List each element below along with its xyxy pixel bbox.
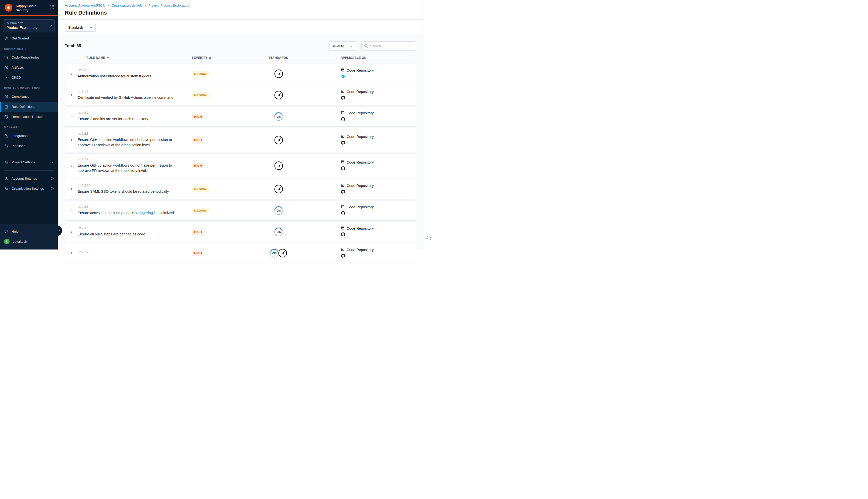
provider-icon-slot [341, 96, 416, 101]
info-icon[interactable] [50, 177, 54, 180]
sidebar-bottom-section: Help L Lavakush [0, 224, 58, 250]
sidebar-item-organization-settings[interactable]: Organization Settings [0, 184, 58, 194]
row-expand-chevron-icon[interactable] [65, 114, 78, 118]
column-applicable-on: APPLICABLE ON [319, 56, 416, 60]
applicable-on-cell: Code Repository [319, 226, 416, 238]
row-expand-chevron-icon[interactable] [65, 138, 78, 142]
breadcrumb: Account: Automation-SSCA Organization: d… [65, 3, 416, 7]
row-expand-chevron-icon[interactable] [65, 164, 78, 168]
rule-name: Certificate not verified by GitHub Actio… [78, 95, 192, 100]
table-row[interactable]: Id: 1.3.7 Ensure 2 admins are set for ea… [65, 106, 416, 126]
sidebar-item-cicd[interactable]: CI/CD [0, 73, 58, 83]
table-row[interactable]: Id: 2.1.2 Certificate not verified by Gi… [65, 85, 416, 105]
rule-name: Ensure 2 admins are set for each reposit… [78, 116, 192, 122]
sidebar-item-get-started[interactable]: Get Started [0, 34, 58, 44]
applicable-on-label: Code Repository [347, 248, 374, 250]
standards-cell: CIS [238, 206, 319, 215]
sidebar-item-label: Code Repositories [12, 56, 39, 59]
standards-cell: CIS [238, 112, 319, 121]
totals-row: Total: 65 Severity [65, 41, 416, 50]
organization-icon [4, 187, 9, 191]
column-rule-name[interactable]: RULE NAME [77, 56, 191, 60]
sidebar-item-compliance[interactable]: Compliance [0, 92, 58, 102]
sidebar-item-rule-definitions[interactable]: Rule Definitions [0, 102, 58, 112]
paper-plane-standard-icon [274, 135, 283, 145]
cis-standard-icon: CIS [274, 227, 283, 236]
section-supply-chain: SUPPLY CHAIN [0, 44, 58, 52]
table-row[interactable]: Id: 2.3.5 Ensure access to the build pro… [65, 200, 416, 221]
github-icon [341, 117, 345, 122]
row-expand-chevron-icon[interactable] [65, 93, 78, 97]
applicable-on-label: Code Repository [347, 68, 374, 72]
svg-text:CIS: CIS [276, 115, 281, 118]
rule-cell: Id: 2.3.9 Authorization not enforced for… [78, 69, 192, 79]
chevron-down-icon [90, 26, 92, 29]
rule-cell: Id: 1.3.10 Ensure SAML SSO tokens should… [78, 184, 192, 194]
section-manage: MANAGE [0, 122, 58, 131]
table-row[interactable]: Id: 2.3.1 Ensure all build steps are def… [65, 222, 416, 242]
row-expand-chevron-icon[interactable] [65, 208, 78, 212]
rule-id: Id: 1.2.9 [78, 158, 192, 161]
breadcrumb-organization-link[interactable]: Organization: default [112, 3, 142, 7]
rule-name: Ensure access to the build process's tri… [78, 210, 192, 216]
severity-badge: MEDIUM [192, 71, 209, 77]
column-severity[interactable]: SEVERITY [191, 56, 238, 60]
applicable-on-cell: Code Repository [319, 111, 416, 122]
severity-badge: HIGH [192, 163, 204, 168]
sidebar-item-label: CI/CD [12, 76, 21, 80]
sidebar-item-label: Pipelines [12, 144, 25, 148]
standards-dropdown[interactable]: Standards [65, 23, 96, 32]
sidebar-item-artifacts[interactable]: Artifacts [0, 63, 58, 73]
table-row[interactable]: Id: 1.3.10 Ensure SAML SSO tokens should… [65, 179, 416, 199]
applicable-on-cell: Code Repository [319, 134, 416, 146]
user-name: Lavakush [13, 240, 27, 243]
right-gutter [423, 0, 434, 250]
sidebar-item-account-settings[interactable]: Account Settings [0, 174, 58, 184]
sidebar-user[interactable]: L Lavakush [0, 236, 58, 246]
project-selector[interactable]: PROJECT Product Exploratory [3, 19, 55, 33]
support-headset-icon[interactable] [426, 235, 432, 242]
severity-dropdown[interactable]: Severity [328, 41, 358, 50]
rule-id: Id: 1.3.7 [78, 111, 192, 114]
apps-grid-icon[interactable] [50, 3, 54, 10]
code-repository-icon [341, 68, 345, 73]
severity-cell: HIGH [192, 114, 238, 119]
repository-icon [4, 56, 9, 60]
github-icon [341, 232, 345, 238]
sort-caret-down-icon [107, 57, 109, 59]
info-icon[interactable] [50, 187, 54, 190]
breadcrumb-project-link[interactable]: Project: Product Exploratory [148, 3, 189, 7]
table-row[interactable]: Id: 1.2.8 Ensure GitHub action workflows… [65, 127, 416, 152]
row-expand-chevron-icon[interactable] [65, 230, 78, 234]
cis-standard-icon: CIS [270, 248, 279, 250]
rule-id: Id: 2.3.1 [78, 227, 192, 230]
code-repository-icon [341, 134, 345, 139]
section-risk-and-compliance: RISK AND COMPLIANCE [0, 83, 58, 92]
sidebar-item-project-settings[interactable]: Project Settings [0, 157, 58, 167]
row-expand-chevron-icon[interactable] [65, 72, 78, 76]
sidebar-item-remediation-tracker[interactable]: Remediation Tracker [0, 112, 58, 122]
sidebar-item-label: Compliance [12, 95, 29, 98]
severity-cell: HIGH [192, 229, 238, 235]
severity-dropdown-value: Severity [332, 44, 344, 48]
supply-chain-security-logo-icon [4, 3, 13, 12]
applicable-on-label: Code Repository [347, 227, 374, 230]
severity-cell: HIGH [192, 137, 238, 143]
page-header: Account: Automation-SSCA Organization: d… [58, 0, 423, 20]
severity-badge: MEDIUM [192, 186, 209, 192]
table-row[interactable]: Id: 1.1.9 HIGH CIS Code Repository [65, 243, 416, 250]
table-row[interactable]: Id: 2.3.9 Authorization not enforced for… [65, 63, 416, 84]
table-row[interactable]: Id: 1.2.9 Ensure GitHub action workflows… [65, 153, 416, 178]
brand-divider [0, 15, 58, 16]
rule-cell: Id: 2.1.2 Certificate not verified by Gi… [78, 90, 192, 100]
project-label: PROJECT [7, 22, 49, 24]
search-input[interactable] [361, 41, 416, 50]
row-expand-chevron-icon[interactable] [65, 187, 78, 191]
breadcrumb-account-link[interactable]: Account: Automation-SSCA [65, 3, 105, 7]
search-box [361, 41, 416, 50]
sidebar-item-code-repositories[interactable]: Code Repositories [0, 52, 58, 63]
sidebar-item-help[interactable]: Help [0, 227, 58, 236]
sidebar-item-integrations[interactable]: Integrations [0, 131, 58, 141]
sidebar-item-pipelines[interactable]: Pipelines [0, 141, 58, 151]
clipboard-check-icon [4, 105, 9, 109]
